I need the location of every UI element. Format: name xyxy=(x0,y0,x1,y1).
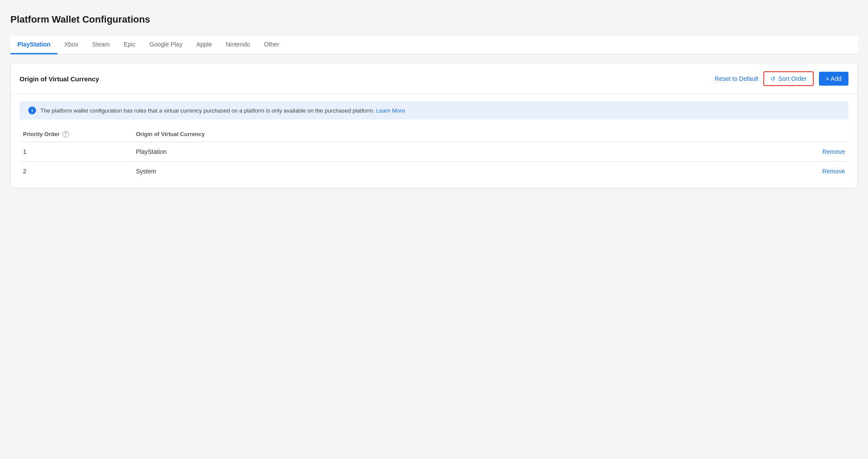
priority-cell: 2 xyxy=(20,162,132,181)
table-row: 2 System Remove xyxy=(20,162,848,181)
tabs-bar: PlayStation Xbox Steam Epic Google Play … xyxy=(10,36,858,54)
table-row: 1 PlayStation Remove xyxy=(20,142,848,162)
learn-more-link[interactable]: Learn More xyxy=(376,107,405,114)
page-container: Platform Wallet Configurations PlayStati… xyxy=(0,0,868,459)
priority-info-icon[interactable]: ? xyxy=(63,131,69,137)
table-section: Priority Order ? Origin of Virtual Curre… xyxy=(11,126,857,188)
tab-nintendo[interactable]: Nintendo xyxy=(219,36,257,54)
tab-other[interactable]: Other xyxy=(257,36,286,54)
content-card: Origin of Virtual Currency Reset to Defa… xyxy=(10,63,858,188)
origin-cell: System xyxy=(132,162,647,181)
data-table: Priority Order ? Origin of Virtual Curre… xyxy=(20,126,848,181)
card-header-actions: Reset to Default ↺ Sort Order + Add xyxy=(715,71,848,86)
action-cell: Remove xyxy=(647,142,848,162)
remove-button[interactable]: Remove xyxy=(822,148,845,155)
info-banner: i The platform wallet configuration has … xyxy=(20,101,848,120)
tab-apple[interactable]: Apple xyxy=(189,36,219,54)
col-header-action xyxy=(647,126,848,142)
card-header: Origin of Virtual Currency Reset to Defa… xyxy=(11,63,857,94)
action-cell: Remove xyxy=(647,162,848,181)
sort-order-button[interactable]: ↺ Sort Order xyxy=(763,71,813,86)
priority-cell: 1 xyxy=(20,142,132,162)
tab-playstation[interactable]: PlayStation xyxy=(10,36,57,54)
tab-xbox[interactable]: Xbox xyxy=(57,36,85,54)
col-header-origin: Origin of Virtual Currency xyxy=(132,126,647,142)
origin-cell: PlayStation xyxy=(132,142,647,162)
col-header-priority: Priority Order ? xyxy=(20,126,132,142)
card-header-title: Origin of Virtual Currency xyxy=(20,75,99,83)
info-banner-text: The platform wallet configuration has ru… xyxy=(40,107,405,114)
sort-icon: ↺ xyxy=(770,75,776,82)
tab-steam[interactable]: Steam xyxy=(85,36,116,54)
tab-google-play[interactable]: Google Play xyxy=(142,36,189,54)
tab-epic[interactable]: Epic xyxy=(117,36,142,54)
remove-button[interactable]: Remove xyxy=(822,168,845,175)
info-icon: i xyxy=(28,106,36,114)
page-title: Platform Wallet Configurations xyxy=(10,14,858,25)
reset-to-default-button[interactable]: Reset to Default xyxy=(715,75,758,82)
add-button[interactable]: + Add xyxy=(819,72,848,86)
